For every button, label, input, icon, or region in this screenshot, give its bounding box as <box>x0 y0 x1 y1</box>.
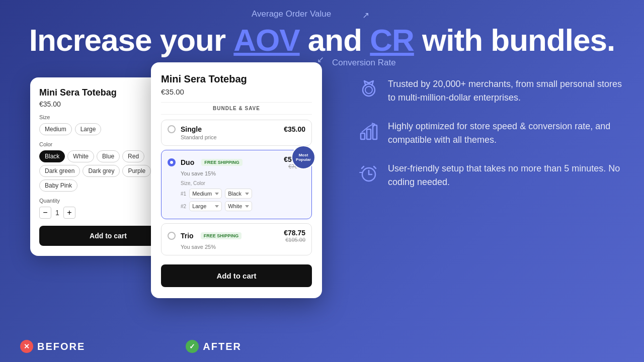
bundle-trio-price-main: €78.75 <box>284 229 305 237</box>
svg-point-1 <box>365 86 372 94</box>
bundle-trio-sub: You save 25% <box>181 244 305 250</box>
before-color-purple[interactable]: Purple <box>122 165 151 177</box>
after-check-icon: ✓ <box>186 340 199 353</box>
avg-order-arrow: ↗ <box>362 10 369 21</box>
cards-area: Mini Sera Totebag €35.00 Size Medium Lar… <box>20 62 342 298</box>
before-color-darkgrey[interactable]: Dark grey <box>83 165 120 177</box>
headline-part3: with bundles. <box>414 23 615 57</box>
header-section: Average Order Value ↗ Increase your AOV … <box>0 0 644 57</box>
most-popular-badge: MostPopular <box>291 145 315 169</box>
most-popular-text: MostPopular <box>296 153 311 162</box>
chart-icon <box>357 120 380 142</box>
row1-size-select[interactable]: Medium Small Large <box>189 189 222 199</box>
svg-rect-4 <box>373 125 377 139</box>
main-headline: Increase your AOV and CR with bundles. <box>0 23 644 57</box>
before-color-white[interactable]: White <box>67 150 94 162</box>
row1-color-select[interactable]: Black White Blue <box>225 189 252 199</box>
clock-icon <box>357 162 380 185</box>
after-label: AFTER <box>203 341 242 352</box>
headline-part2: and <box>300 23 370 57</box>
bundle-trio-price-orig: €105.00 <box>284 237 305 243</box>
radio-dot <box>170 161 173 164</box>
row-num-1: #1 <box>181 191 186 197</box>
svg-rect-2 <box>361 133 365 139</box>
before-color-black[interactable]: Black <box>39 150 65 162</box>
radio-trio <box>168 232 176 240</box>
bundle-trio-name: Trio <box>181 232 194 240</box>
radio-duo <box>168 158 176 166</box>
duo-free-shipping-badge: FREE SHIPPING <box>201 159 243 166</box>
before-after-row: ✕ BEFORE ✓ AFTER <box>20 340 242 353</box>
after-card-title: Mini Sera Totebag <box>161 73 312 85</box>
headline-part1: Increase your <box>29 23 233 57</box>
svg-rect-3 <box>367 129 371 139</box>
dropdown-row-1: #1 Medium Small Large Black White Blue <box>181 189 305 199</box>
after-item: ✓ AFTER <box>186 340 242 353</box>
bundle-trio-price: €78.75 €105.00 <box>284 229 305 243</box>
feature-item-2: Highly optimized for store speed & conve… <box>357 120 624 147</box>
row2-size-select[interactable]: Large Medium Small <box>189 201 222 211</box>
medal-icon <box>357 77 380 100</box>
before-label: BEFORE <box>37 341 85 352</box>
before-color-darkgreen[interactable]: Dark green <box>39 165 80 177</box>
feature-text-3: User-friendly setup that takes no more t… <box>388 162 624 189</box>
row2-color-select[interactable]: White Black Blue <box>225 201 252 211</box>
after-add-to-cart[interactable]: Add to cart <box>161 264 312 287</box>
features-area: Trusted by 20,000+ merchants, from small… <box>357 62 624 204</box>
before-color-blue[interactable]: Blue <box>97 150 120 162</box>
feature-text-1: Trusted by 20,000+ merchants, from small… <box>388 77 624 105</box>
bundle-single-name: Single <box>181 125 202 133</box>
dropdown-row-2: #2 Large Medium Small White Black Blue <box>181 201 305 211</box>
size-color-label: Size, Color <box>181 180 305 186</box>
before-color-red[interactable]: Red <box>122 150 144 162</box>
bundle-single-sub: Standard price <box>181 134 305 140</box>
content-area: Mini Sera Totebag €35.00 Size Medium Lar… <box>0 62 644 298</box>
trio-free-shipping-badge: FREE SHIPPING <box>201 232 242 239</box>
before-qty-value: 1 <box>55 209 59 217</box>
after-card-price: €35.00 <box>161 87 312 96</box>
bundle-option-duo[interactable]: MostPopular Duo FREE SHIPPING €59.50 €70… <box>161 150 312 219</box>
radio-single <box>168 125 176 133</box>
avg-order-label: Average Order Value <box>252 9 331 19</box>
before-qty-plus[interactable]: + <box>63 207 75 219</box>
feature-item-3: User-friendly setup that takes no more t… <box>357 162 624 189</box>
bundle-save-header: BUNDLE & SAVE <box>161 102 312 115</box>
row-num-2: #2 <box>181 204 186 209</box>
before-color-babypink[interactable]: Baby Pink <box>39 179 77 192</box>
bundle-duo-sub: You save 15% <box>181 170 305 176</box>
bundle-single-price: €35.00 <box>284 125 305 133</box>
feature-text-2: Highly optimized for store speed & conve… <box>388 120 624 147</box>
bundle-option-single[interactable]: Single €35.00 Standard price <box>161 120 312 146</box>
before-qty-minus[interactable]: − <box>39 207 51 219</box>
feature-item-1: Trusted by 20,000+ merchants, from small… <box>357 77 624 105</box>
bundle-duo-name: Duo <box>181 158 194 166</box>
before-x-icon: ✕ <box>20 340 33 353</box>
headline-cr: CR <box>370 23 414 57</box>
before-size-large[interactable]: Large <box>75 123 102 135</box>
headline-aov: AOV <box>233 23 299 57</box>
before-item: ✕ BEFORE <box>20 340 85 353</box>
bundle-dropdowns: Size, Color #1 Medium Small Large Black … <box>181 180 305 211</box>
svg-point-0 <box>363 84 375 96</box>
bundle-single-price-main: €35.00 <box>284 125 305 133</box>
before-size-medium[interactable]: Medium <box>39 123 72 135</box>
after-card: Mini Sera Totebag €35.00 BUNDLE & SAVE S… <box>151 62 322 298</box>
bundle-option-trio[interactable]: Trio FREE SHIPPING €78.75 €105.00 You sa… <box>161 223 312 255</box>
